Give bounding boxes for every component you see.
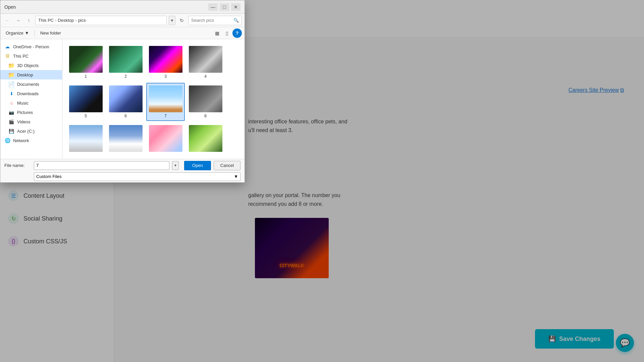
file-thumb-5 xyxy=(69,85,103,112)
dialog-maximize-button[interactable]: □ xyxy=(220,3,229,11)
sidebar-videos[interactable]: 🎬 Videos xyxy=(0,117,62,126)
sidebar-pictures[interactable]: 📷 Pictures xyxy=(0,108,62,117)
path-sep-2: › xyxy=(75,18,76,23)
sidebar-this-pc[interactable]: 🖥 This PC xyxy=(0,51,62,61)
drive-icon: 💾 xyxy=(8,128,14,134)
dialog-search-box[interactable]: 🔍 xyxy=(188,16,242,25)
path-dropdown-button[interactable]: ▼ xyxy=(169,16,175,25)
filetype-label: Custom Files xyxy=(36,174,62,179)
dialog-path[interactable]: This PC › Desktop › pics xyxy=(35,16,167,25)
new-folder-button[interactable]: New folder xyxy=(38,28,64,38)
file-item-8[interactable]: 8 xyxy=(186,83,225,121)
file-item-4[interactable]: 4 xyxy=(186,43,225,81)
file-item-10[interactable] xyxy=(106,122,145,156)
file-name-4: 4 xyxy=(204,74,207,79)
path-pics: pics xyxy=(78,18,86,23)
file-thumb-10 xyxy=(109,125,143,152)
computer-icon: 🖥 xyxy=(4,53,10,59)
file-item-7[interactable]: 7 xyxy=(146,83,185,121)
desktop-label: Desktop xyxy=(17,72,33,77)
file-thumb-4 xyxy=(189,46,222,73)
file-item-2[interactable]: 2 xyxy=(106,43,145,81)
dialog-footer: File name: ▼ Open Cancel Custom Files ▼ xyxy=(0,159,245,182)
file-item-9[interactable] xyxy=(66,122,105,156)
search-icon: 🔍 xyxy=(233,18,239,23)
acer-label: Acer (C:) xyxy=(17,129,35,134)
network-icon: 🌐 xyxy=(4,137,10,143)
documents-icon: 📄 xyxy=(8,81,14,87)
dialog-back-button[interactable]: ← xyxy=(3,16,12,25)
documents-label: Documents xyxy=(17,82,39,87)
path-this-pc: This PC xyxy=(38,18,54,23)
dialog-title: Open xyxy=(4,4,208,10)
file-item-12[interactable] xyxy=(186,122,225,156)
file-thumb-8 xyxy=(189,85,222,112)
organize-button[interactable]: Organize ▼ xyxy=(3,28,32,38)
view-toggle-button[interactable]: ▦ xyxy=(212,28,222,38)
downloads-label: Downloads xyxy=(17,91,39,96)
videos-icon: 🎬 xyxy=(8,119,14,125)
file-thumb-6 xyxy=(109,85,143,112)
filetype-dropdown-icon: ▼ xyxy=(234,174,238,179)
sidebar-music[interactable]: ♫ Music xyxy=(0,98,62,108)
filetype-select[interactable]: Custom Files ▼ xyxy=(34,172,240,181)
footer-row-2: Custom Files ▼ xyxy=(4,172,240,181)
dialog-refresh-button[interactable]: ↻ xyxy=(177,16,186,25)
file-thumb-7 xyxy=(149,85,182,112)
file-item-5[interactable]: 5 xyxy=(66,83,105,121)
dialog-addressbar: ← → ↑ This PC › Desktop › pics ▼ ↻ 🔍 xyxy=(0,14,245,27)
file-name-7: 7 xyxy=(164,114,167,118)
dialog-up-button[interactable]: ↑ xyxy=(24,16,33,25)
sidebar-desktop[interactable]: 📁 Desktop xyxy=(0,70,62,79)
file-name-6: 6 xyxy=(124,114,127,118)
file-item-1[interactable]: 1 xyxy=(66,43,105,81)
view-details-button[interactable]: ▯ xyxy=(222,28,232,38)
cancel-button[interactable]: Cancel xyxy=(214,161,240,170)
file-thumb-2 xyxy=(109,46,143,73)
sidebar-acer[interactable]: 💾 Acer (C:) xyxy=(0,126,62,136)
onedrive-icon: ☁ xyxy=(4,44,10,50)
file-item-6[interactable]: 6 xyxy=(106,83,145,121)
music-label: Music xyxy=(17,101,29,106)
organize-dropdown-icon: ▼ xyxy=(25,31,29,36)
dialog-titlebar: Open — □ ✕ xyxy=(0,0,245,14)
dialog-body: ☁ OneDrive - Person 🖥 This PC 📁 3D Objec… xyxy=(0,39,245,159)
sidebar-onedrive[interactable]: ☁ OneDrive - Person xyxy=(0,42,62,51)
dialog-search-input[interactable] xyxy=(191,18,232,23)
file-thumb-11 xyxy=(149,125,182,152)
file-thumb-12 xyxy=(189,125,222,152)
sidebar-network[interactable]: 🌐 Network xyxy=(0,136,62,145)
file-dialog: Open — □ ✕ ← → ↑ This PC › Desktop › pic… xyxy=(0,0,245,183)
filename-label: File name: xyxy=(4,163,31,168)
path-sep-1: › xyxy=(55,18,56,23)
pictures-label: Pictures xyxy=(17,110,33,115)
help-button[interactable]: ? xyxy=(232,28,242,38)
files-grid: 1 2 3 4 5 xyxy=(65,42,242,157)
sidebar-documents[interactable]: 📄 Documents xyxy=(0,79,62,89)
desktop-icon: 📁 xyxy=(8,72,14,78)
file-name-5: 5 xyxy=(85,114,87,118)
dialog-minimize-button[interactable]: — xyxy=(208,3,218,11)
sidebar-3d-objects[interactable]: 📁 3D Objects xyxy=(0,61,62,70)
videos-label: Videos xyxy=(17,119,31,124)
network-label: Network xyxy=(13,138,29,143)
open-button[interactable]: Open xyxy=(184,161,211,170)
toolbar-separator xyxy=(35,30,35,37)
this-pc-label: This PC xyxy=(13,54,29,59)
file-item-11[interactable] xyxy=(146,122,185,156)
music-icon: ♫ xyxy=(8,100,14,106)
footer-buttons: Open Cancel xyxy=(184,161,240,170)
file-thumb-9 xyxy=(69,125,103,152)
dialog-sidebar: ☁ OneDrive - Person 🖥 This PC 📁 3D Objec… xyxy=(0,39,62,159)
filename-input[interactable] xyxy=(34,161,169,170)
dialog-forward-button[interactable]: → xyxy=(14,16,22,25)
file-item-3[interactable]: 3 xyxy=(146,43,185,81)
dialog-close-button[interactable]: ✕ xyxy=(231,3,240,11)
file-thumb-1 xyxy=(69,46,103,73)
file-name-8: 8 xyxy=(204,114,207,118)
file-name-2: 2 xyxy=(124,74,127,79)
dialog-files[interactable]: 1 2 3 4 5 xyxy=(62,39,245,159)
filename-dropdown[interactable]: ▼ xyxy=(172,161,179,170)
sidebar-downloads[interactable]: ⬇ Downloads xyxy=(0,89,62,98)
file-thumb-3 xyxy=(149,46,182,73)
